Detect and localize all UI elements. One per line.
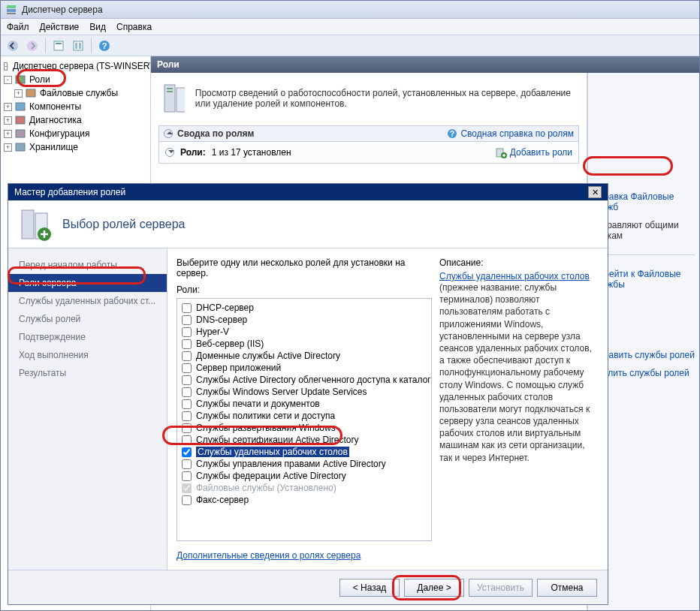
tree-node[interactable]: -Роли: [1, 73, 150, 86]
role-checkbox[interactable]: [182, 351, 192, 361]
tree-node[interactable]: +Диагностика: [1, 113, 150, 127]
tree-node-icon: [14, 128, 26, 140]
cancel-button[interactable]: Отмена: [537, 579, 597, 597]
role-item[interactable]: Службы Windows Server Update Services: [182, 386, 427, 398]
role-checkbox[interactable]: [182, 459, 192, 469]
add-roles-link[interactable]: Добавить роли: [495, 146, 572, 158]
wizard-close-button[interactable]: ✕: [588, 186, 602, 198]
role-checkbox[interactable]: [182, 339, 192, 349]
svg-rect-5: [54, 41, 63, 50]
properties-button[interactable]: [50, 38, 68, 54]
nav-back-button[interactable]: [4, 38, 22, 54]
tree-node-label: Роли: [29, 74, 50, 85]
role-label: Факс-сервер: [196, 495, 249, 505]
description-body: (прежнее название: службы терминалов) по…: [439, 282, 592, 463]
tree-node[interactable]: +Конфигурация: [1, 127, 150, 140]
tree-node-label: Диагностика: [29, 115, 82, 125]
summary-section-header[interactable]: Сводка по ролям ?Сводная справка по роля…: [158, 125, 579, 142]
tree-node-label: Компоненты: [29, 101, 81, 112]
role-item[interactable]: Факс-сервер: [182, 494, 427, 506]
tree-node[interactable]: +Хранилище: [1, 140, 150, 154]
role-checkbox[interactable]: [182, 387, 192, 397]
role-item[interactable]: DNS-сервер: [182, 314, 427, 326]
svg-rect-14: [26, 89, 35, 97]
wizard-step[interactable]: Ход выполнения: [8, 346, 167, 364]
role-checkbox[interactable]: [182, 303, 192, 313]
more-about-roles-link[interactable]: Дополнительные сведения о ролях сервера: [177, 550, 432, 561]
wizard-titlebar[interactable]: Мастер добавления ролей ✕: [8, 184, 608, 200]
role-item[interactable]: Веб-сервер (IIS): [182, 338, 427, 350]
svg-point-3: [8, 41, 18, 51]
nav-fwd-button[interactable]: [23, 38, 41, 54]
role-checkbox[interactable]: [182, 363, 192, 373]
expander-icon[interactable]: +: [4, 130, 12, 138]
svg-rect-16: [16, 116, 25, 124]
role-checkbox[interactable]: [182, 435, 192, 445]
collapse-icon[interactable]: [164, 129, 173, 138]
role-item[interactable]: Службы управления правами Active Directo…: [182, 458, 427, 470]
menu-help[interactable]: Справка: [116, 22, 152, 32]
role-label: Службы удаленных рабочих столов: [196, 447, 349, 457]
role-item[interactable]: Службы федерации Active Directory: [182, 470, 427, 482]
svg-rect-22: [167, 91, 173, 92]
role-checkbox: [182, 483, 192, 493]
wizard-step[interactable]: Роли сервера: [8, 274, 167, 292]
role-checkbox[interactable]: [182, 423, 192, 433]
wizard-step[interactable]: Перед началом работы: [8, 256, 167, 274]
role-item[interactable]: Службы сертификации Active Directory: [182, 434, 427, 446]
next-button[interactable]: Далее >: [404, 579, 464, 597]
role-item[interactable]: Службы Active Directory облегченного дос…: [182, 374, 427, 386]
roles-listbox[interactable]: DHCP-серверDNS-серверHyper-VВеб-сервер (…: [177, 298, 432, 541]
role-checkbox[interactable]: [182, 315, 192, 325]
tree-root[interactable]: - Диспетчер сервера (TS-WINSERV: [1, 59, 150, 73]
role-checkbox[interactable]: [182, 447, 192, 457]
role-label: Веб-сервер (IIS): [196, 339, 264, 349]
menu-view[interactable]: Вид: [89, 22, 106, 32]
server-icon: [5, 4, 17, 16]
expander-icon[interactable]: -: [4, 76, 12, 84]
role-checkbox[interactable]: [182, 411, 192, 421]
role-item[interactable]: DHCP-сервер: [182, 302, 427, 314]
expander-icon[interactable]: +: [4, 103, 12, 111]
refresh-button[interactable]: [69, 38, 87, 54]
expander-icon[interactable]: -: [4, 62, 8, 71]
wizard-step[interactable]: Подтверждение: [8, 328, 167, 346]
role-checkbox[interactable]: [182, 375, 192, 385]
tree-node-icon: [14, 101, 26, 113]
main-titlebar[interactable]: Диспетчер сервера: [1, 1, 699, 19]
wizard-step[interactable]: Службы удаленных рабочих ст...: [8, 292, 167, 310]
svg-rect-6: [56, 43, 62, 44]
svg-rect-15: [16, 103, 25, 110]
tree-node[interactable]: +Файловые службы: [1, 86, 150, 100]
role-item[interactable]: Службы развертывания Windows: [182, 422, 427, 434]
wizard-step[interactable]: Результаты: [8, 364, 167, 382]
tree-node[interactable]: +Компоненты: [1, 100, 150, 113]
role-item[interactable]: Службы удаленных рабочих столов: [182, 446, 427, 458]
expander-icon[interactable]: +: [4, 143, 12, 152]
expander-icon[interactable]: +: [14, 89, 23, 98]
role-label: Сервер приложений: [196, 363, 281, 373]
role-item: Файловые службы (Установлено): [182, 482, 427, 494]
description-title-link[interactable]: Службы удаленных рабочих столов: [439, 271, 590, 281]
role-item[interactable]: Доменные службы Active Directory: [182, 350, 427, 362]
help-button[interactable]: ?: [95, 38, 113, 54]
role-item[interactable]: Службы печати и документов: [182, 398, 427, 410]
summary-help-link[interactable]: ?Сводная справка по ролям: [447, 128, 574, 139]
role-item[interactable]: Сервер приложений: [182, 362, 427, 374]
role-item[interactable]: Службы политики сети и доступа: [182, 410, 427, 422]
menu-file[interactable]: Файл: [7, 22, 29, 32]
wizard-step[interactable]: Службы ролей: [8, 310, 167, 328]
menu-action[interactable]: Действие: [40, 22, 80, 32]
role-checkbox[interactable]: [182, 495, 192, 505]
svg-point-4: [27, 41, 38, 51]
back-button[interactable]: < Назад: [339, 579, 400, 597]
role-checkbox[interactable]: [182, 327, 192, 337]
role-checkbox[interactable]: [182, 399, 192, 409]
expand-icon[interactable]: [165, 148, 174, 157]
wizard-heading: Выбор ролей сервера: [62, 218, 185, 231]
expander-icon[interactable]: +: [4, 116, 12, 125]
role-item[interactable]: Hyper-V: [182, 326, 427, 338]
role-checkbox[interactable]: [182, 471, 192, 481]
wizard-instruction: Выберите одну или несколько ролей для ус…: [177, 257, 432, 278]
tree-node-label: Файловые службы: [40, 88, 118, 98]
